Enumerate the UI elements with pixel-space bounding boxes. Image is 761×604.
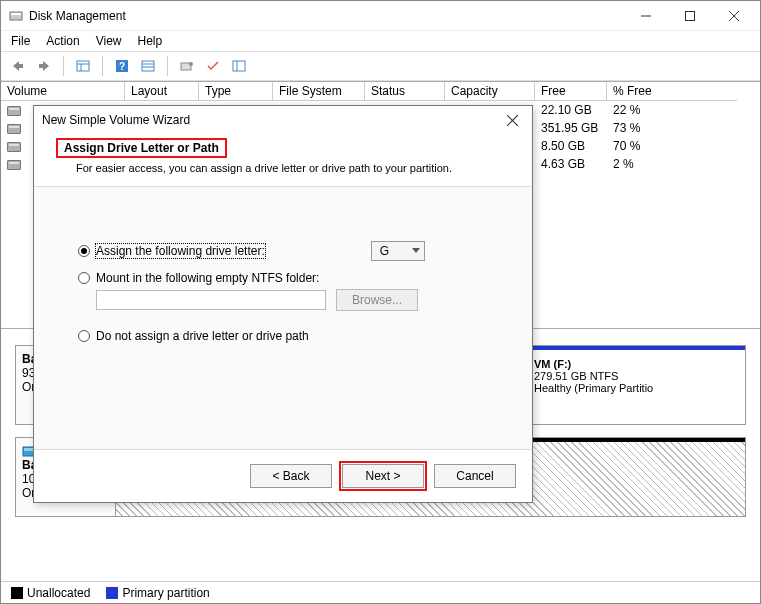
volume-icon xyxy=(7,142,21,152)
pct-cell: 2 % xyxy=(607,157,687,171)
wizard-buttons: < Back Next > Cancel xyxy=(34,450,532,502)
svg-rect-13 xyxy=(142,61,154,71)
chevron-down-icon xyxy=(412,248,420,254)
pane-icon[interactable] xyxy=(72,55,94,77)
free-cell: 8.50 GB xyxy=(535,139,607,153)
partition-size: 279.51 GB NTFS xyxy=(534,370,739,382)
pct-cell: 73 % xyxy=(607,121,687,135)
window-title: Disk Management xyxy=(9,9,624,23)
radio-icon[interactable] xyxy=(78,330,90,342)
wizard-close-button[interactable] xyxy=(500,108,524,132)
partition-block-vm[interactable]: VM (F:) 279.51 GB NTFS Healthy (Primary … xyxy=(528,346,745,424)
option-mount-folder[interactable]: Mount in the following empty NTFS folder… xyxy=(78,271,502,285)
legend-primary: Primary partition xyxy=(106,586,209,600)
free-cell: 351.95 GB xyxy=(535,121,607,135)
col-status[interactable]: Status xyxy=(365,82,445,101)
svg-rect-6 xyxy=(19,64,23,68)
option-assign-label: Assign the following drive letter: xyxy=(96,244,265,258)
list-icon[interactable] xyxy=(137,55,159,77)
toolbar-separator xyxy=(102,56,103,76)
minimize-button[interactable] xyxy=(624,2,668,30)
option-none-label: Do not assign a drive letter or drive pa… xyxy=(96,329,309,343)
svg-point-17 xyxy=(189,62,193,66)
cancel-button[interactable]: Cancel xyxy=(434,464,516,488)
close-button[interactable] xyxy=(712,2,756,30)
volume-icon xyxy=(7,106,21,116)
toolbar-separator xyxy=(167,56,168,76)
col-type[interactable]: Type xyxy=(199,82,273,101)
menu-action[interactable]: Action xyxy=(46,34,79,48)
toolbar-separator xyxy=(63,56,64,76)
radio-icon[interactable] xyxy=(78,245,90,257)
titlebar: Disk Management xyxy=(1,1,760,31)
wizard-title: New Simple Volume Wizard xyxy=(42,113,500,127)
mount-folder-input[interactable] xyxy=(96,290,326,310)
volume-list-header: Volume Layout Type File System Status Ca… xyxy=(1,81,760,101)
col-volume[interactable]: Volume xyxy=(1,82,125,101)
next-button[interactable]: Next > xyxy=(342,464,424,488)
forward-icon[interactable] xyxy=(33,55,55,77)
disk-icon xyxy=(9,9,23,23)
browse-button: Browse... xyxy=(336,289,418,311)
volume-icon xyxy=(7,124,21,134)
maximize-button[interactable] xyxy=(668,2,712,30)
check-icon[interactable] xyxy=(202,55,224,77)
refresh-icon[interactable] xyxy=(176,55,198,77)
volume-icon xyxy=(7,160,21,170)
option-no-letter[interactable]: Do not assign a drive letter or drive pa… xyxy=(78,329,502,343)
back-button[interactable]: < Back xyxy=(250,464,332,488)
wizard-body: Assign the following drive letter: G Mou… xyxy=(34,186,532,450)
help-icon[interactable]: ? xyxy=(111,55,133,77)
svg-rect-1 xyxy=(11,13,21,15)
radio-icon[interactable] xyxy=(78,272,90,284)
partition-health: Healthy (Primary Partitio xyxy=(534,382,739,394)
legend: Unallocated Primary partition xyxy=(1,581,760,603)
partition-bar xyxy=(528,346,745,350)
menu-view[interactable]: View xyxy=(96,34,122,48)
new-simple-volume-wizard: New Simple Volume Wizard Assign Drive Le… xyxy=(33,105,533,503)
menu-help[interactable]: Help xyxy=(138,34,163,48)
wizard-header: Assign Drive Letter or Path For easier a… xyxy=(34,134,532,186)
option-mount-label: Mount in the following empty NTFS folder… xyxy=(96,271,319,285)
toolbar: ? xyxy=(1,51,760,81)
svg-rect-18 xyxy=(233,61,245,71)
svg-text:?: ? xyxy=(119,61,125,72)
pct-cell: 22 % xyxy=(607,103,687,117)
svg-rect-7 xyxy=(39,64,43,68)
props-icon[interactable] xyxy=(228,55,250,77)
svg-rect-8 xyxy=(77,61,89,71)
drive-letter-value: G xyxy=(380,244,389,258)
col-capacity[interactable]: Capacity xyxy=(445,82,535,101)
option-assign-letter[interactable]: Assign the following drive letter: G xyxy=(78,241,502,261)
partition-title: VM (F:) xyxy=(534,358,739,370)
menu-file[interactable]: File xyxy=(11,34,30,48)
title-text: Disk Management xyxy=(29,9,126,23)
menubar: File Action View Help xyxy=(1,31,760,51)
drive-letter-select[interactable]: G xyxy=(371,241,425,261)
back-icon[interactable] xyxy=(7,55,29,77)
col-layout[interactable]: Layout xyxy=(125,82,199,101)
col-filesystem[interactable]: File System xyxy=(273,82,365,101)
free-cell: 22.10 GB xyxy=(535,103,607,117)
free-cell: 4.63 GB xyxy=(535,157,607,171)
svg-rect-3 xyxy=(686,11,695,20)
col-freespace[interactable]: Free Spa... xyxy=(535,82,607,101)
legend-unallocated: Unallocated xyxy=(11,586,90,600)
wizard-subheading: For easier access, you can assign a driv… xyxy=(56,162,510,174)
wizard-titlebar: New Simple Volume Wizard xyxy=(34,106,532,134)
wizard-heading: Assign Drive Letter or Path xyxy=(56,138,227,158)
legend-swatch-black xyxy=(11,587,23,599)
disk-management-window: Disk Management File Action View Help ? … xyxy=(0,0,761,604)
col-pctfree[interactable]: % Free xyxy=(607,82,737,101)
mount-input-row: Browse... xyxy=(78,289,502,311)
pct-cell: 70 % xyxy=(607,139,687,153)
legend-swatch-blue xyxy=(106,587,118,599)
